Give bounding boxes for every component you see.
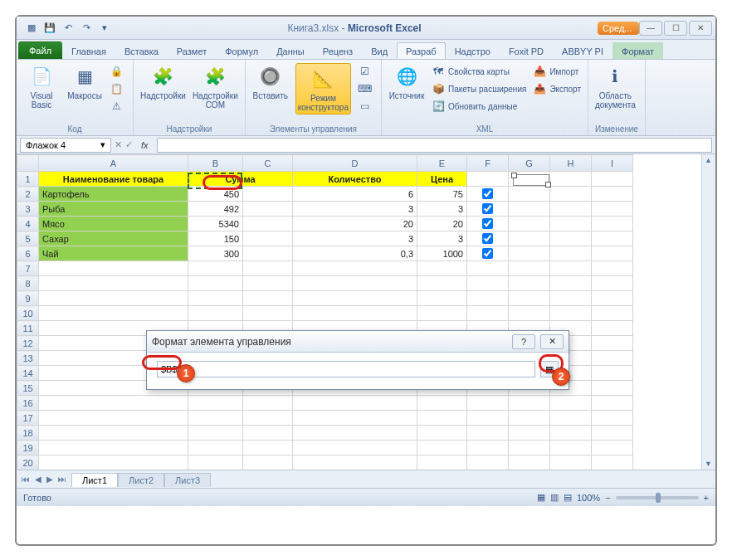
col-header-A[interactable]: A (39, 155, 188, 172)
cell[interactable] (243, 306, 293, 321)
cell[interactable] (509, 202, 550, 217)
tab-разраб[interactable]: Разраб (397, 42, 446, 59)
close-button[interactable]: ✕ (689, 21, 712, 36)
row-checkbox[interactable] (482, 248, 493, 259)
row-header-2[interactable]: 2 (17, 187, 39, 202)
row-header-15[interactable]: 15 (17, 381, 39, 396)
row-header-18[interactable]: 18 (17, 426, 39, 441)
cell[interactable] (550, 276, 592, 291)
tab-foxit pd[interactable]: Foxit PD (500, 42, 553, 59)
cell[interactable] (293, 261, 417, 276)
zoom-out-button[interactable]: − (605, 493, 610, 503)
cell-price[interactable]: 3 (417, 231, 467, 246)
cell-qty[interactable]: 0,3 (293, 246, 417, 261)
cell-price[interactable]: 3 (417, 202, 467, 217)
ribbon-small-button[interactable]: ⚠ (110, 98, 126, 114)
cell-sum[interactable]: 150 (188, 231, 243, 246)
row-header-13[interactable]: 13 (17, 351, 39, 366)
cell-sum[interactable]: 300 (188, 246, 243, 261)
cell[interactable] (509, 455, 550, 470)
col-header-F[interactable]: F (467, 155, 509, 172)
row-header-6[interactable]: 6 (17, 246, 39, 261)
dialog-close-button[interactable]: ✕ (540, 334, 564, 349)
fx-icon[interactable]: fx (136, 140, 154, 150)
spreadsheet-grid[interactable]: ABCDEFGHI1Наименование товараСуммаКоличе… (17, 154, 633, 470)
cell[interactable] (550, 455, 592, 470)
cell[interactable] (550, 202, 592, 217)
cell[interactable] (509, 306, 550, 321)
cell[interactable] (243, 455, 293, 470)
cell-name[interactable]: Сахар (39, 231, 188, 246)
tab-данны[interactable]: Данны (267, 42, 314, 59)
cell[interactable] (243, 246, 293, 261)
row-header-8[interactable]: 8 (17, 276, 39, 291)
cell[interactable] (592, 351, 633, 366)
cell[interactable] (592, 411, 633, 426)
header-cell[interactable]: Количество (293, 172, 417, 187)
minimize-button[interactable]: — (639, 21, 662, 36)
cell[interactable] (467, 172, 509, 187)
row-header-16[interactable]: 16 (17, 396, 39, 411)
cell[interactable] (243, 291, 293, 306)
header-cell[interactable]: Наименование товара (39, 172, 188, 187)
tab-реценз[interactable]: Реценз (314, 42, 362, 59)
tab-nav-prev-icon[interactable]: ◀ (33, 475, 43, 484)
cell[interactable] (550, 231, 592, 246)
cell[interactable] (417, 426, 467, 441)
ribbon-small-button[interactable]: 📦Пакеты расширения (432, 80, 526, 97)
sheet-tab-Лист1[interactable]: Лист1 (71, 473, 118, 487)
row-header-5[interactable]: 5 (17, 231, 39, 246)
cell[interactable] (550, 246, 592, 261)
cell-price[interactable]: 20 (417, 217, 467, 231)
cell[interactable] (417, 396, 467, 411)
cell[interactable] (293, 411, 417, 426)
sheet-tab-Лист3[interactable]: Лист3 (164, 473, 211, 487)
cell-checkbox[interactable] (467, 202, 509, 217)
cell[interactable] (467, 261, 509, 276)
checkbox-selection-handles[interactable] (513, 174, 549, 186)
cell[interactable] (39, 261, 188, 276)
cell[interactable] (592, 441, 633, 455)
cell[interactable] (243, 202, 293, 217)
cell[interactable] (467, 441, 509, 455)
cell[interactable] (592, 321, 633, 336)
cell[interactable] (592, 261, 633, 276)
cell[interactable] (417, 306, 467, 321)
cell[interactable] (592, 276, 633, 291)
ribbon-small-button[interactable]: 🔒 (110, 63, 126, 80)
dropdown-icon[interactable]: ▾ (100, 139, 105, 150)
ribbon-small-button[interactable]: ☑ (358, 63, 374, 80)
header-cell[interactable]: Сумма (188, 172, 293, 187)
redo-icon[interactable]: ↷ (80, 22, 93, 35)
row-header-14[interactable]: 14 (17, 366, 39, 381)
cell[interactable] (243, 441, 293, 455)
cell[interactable] (592, 426, 633, 441)
cell[interactable] (417, 441, 467, 455)
view-pagebreak-icon[interactable]: ▤ (564, 492, 572, 503)
cell[interactable] (592, 202, 633, 217)
cell[interactable] (243, 231, 293, 246)
zoom-in-button[interactable]: + (704, 493, 709, 503)
ribbon-small-button[interactable]: 📋 (110, 80, 126, 97)
tab-вставка[interactable]: Вставка (115, 42, 168, 59)
cell-name[interactable]: Картофель (39, 187, 188, 202)
header-cell[interactable]: Цена (417, 172, 467, 187)
cell[interactable] (509, 261, 550, 276)
cell[interactable] (188, 441, 243, 455)
dialog-help-button[interactable]: ? (512, 334, 535, 349)
cell[interactable] (467, 276, 509, 291)
cell[interactable] (592, 366, 633, 381)
col-header-I[interactable]: I (592, 155, 633, 172)
ribbon-надстройки-com-button[interactable]: 🧩НадстройкиCOM (193, 63, 238, 110)
select-all-corner[interactable] (17, 155, 39, 172)
tab-формул[interactable]: Формул (216, 42, 267, 59)
cell-price[interactable]: 75 (417, 187, 467, 202)
cell[interactable] (467, 306, 509, 321)
cell[interactable] (417, 291, 467, 306)
save-icon[interactable]: 💾 (43, 22, 56, 35)
cell[interactable] (592, 455, 633, 470)
cell[interactable] (39, 306, 188, 321)
cell[interactable] (188, 276, 243, 291)
cell[interactable] (550, 217, 592, 231)
cell-name[interactable]: Рыба (39, 202, 188, 217)
